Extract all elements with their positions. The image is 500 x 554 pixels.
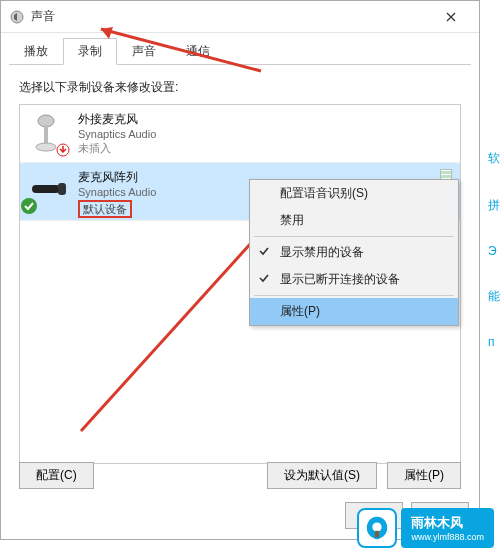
svg-rect-6: [58, 183, 66, 195]
sound-dialog: 声音 播放 录制 声音 通信 选择以下录制设备来修改设置:: [0, 0, 480, 540]
close-button[interactable]: [431, 3, 471, 31]
svg-rect-9: [376, 531, 380, 538]
bottom-bar: 配置(C) 设为默认值(S) 属性(P): [19, 462, 461, 489]
microphone-icon: [28, 111, 68, 155]
menu-item-label: 显示禁用的设备: [280, 245, 364, 259]
device-subtitle: Synaptics Audio: [78, 127, 452, 141]
menu-disable[interactable]: 禁用: [250, 207, 458, 234]
menu-separator: [254, 295, 454, 296]
annotation-arrow-icon: [91, 21, 271, 81]
set-default-button[interactable]: 设为默认值(S): [267, 462, 377, 489]
menu-properties[interactable]: 属性(P): [250, 298, 458, 325]
menu-show-disabled[interactable]: 显示禁用的设备: [250, 239, 458, 266]
watermark-url: www.ylmf888.com: [411, 532, 484, 542]
default-device-badge-icon: [20, 197, 38, 215]
menu-configure-speech[interactable]: 配置语音识别(S): [250, 180, 458, 207]
check-icon: [258, 272, 270, 284]
menu-item-label: 显示已断开连接的设备: [280, 272, 400, 286]
menu-show-disconnected[interactable]: 显示已断开连接的设备: [250, 266, 458, 293]
properties-button[interactable]: 属性(P): [387, 462, 461, 489]
watermark-brand: 雨林木风: [411, 515, 463, 530]
watermark: 雨林木风 www.ylmf888.com: [357, 508, 494, 548]
device-name: 外接麦克风: [78, 111, 452, 127]
device-item-external-mic[interactable]: 外接麦克风 Synaptics Audio 未插入: [20, 105, 460, 163]
context-menu: 配置语音识别(S) 禁用 显示禁用的设备 显示已断开连接的设备 属性(P): [249, 179, 459, 326]
svg-rect-5: [32, 185, 60, 193]
menu-separator: [254, 236, 454, 237]
svg-point-3: [36, 143, 56, 151]
check-icon: [258, 245, 270, 257]
instruction-text: 选择以下录制设备来修改设置:: [19, 79, 461, 96]
tab-playback[interactable]: 播放: [9, 38, 63, 65]
svg-point-7: [21, 198, 37, 214]
sound-app-icon: [9, 9, 25, 25]
device-status: 未插入: [78, 141, 452, 155]
svg-point-8: [373, 522, 382, 531]
svg-rect-2: [44, 125, 48, 143]
watermark-logo-icon: [357, 508, 397, 548]
configure-button[interactable]: 配置(C): [19, 462, 94, 489]
watermark-text: 雨林木风 www.ylmf888.com: [401, 508, 494, 548]
not-plugged-badge-icon: [56, 143, 70, 157]
microphone-array-icon: [28, 169, 68, 213]
cropped-text-strip: 软 拼 Э 能 п: [488, 120, 500, 500]
